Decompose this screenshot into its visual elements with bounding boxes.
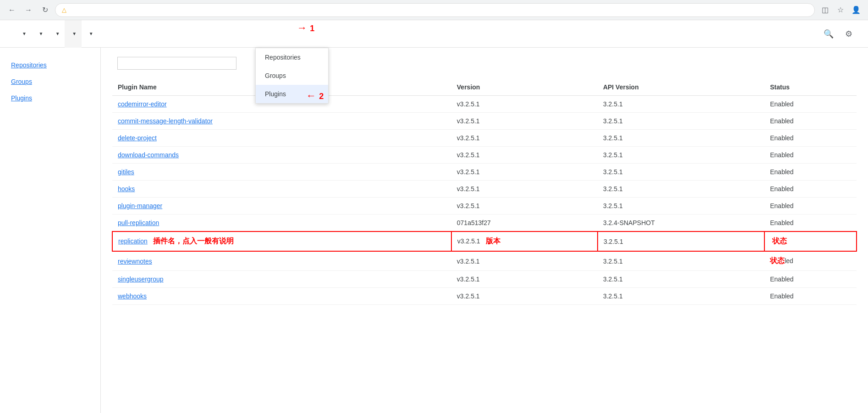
table-row: reviewnotesv3.2.5.13.2.5.1状态led (112, 251, 857, 271)
plugin-name-link[interactable]: gitiles (118, 168, 134, 176)
account-button[interactable]: 👤 (850, 4, 863, 17)
plugin-status: Enabled (764, 164, 857, 181)
security-warning-icon: △ (62, 6, 66, 13)
plugin-status: Enabled (764, 113, 857, 130)
plugin-api-version: 3.2.5.1 (598, 271, 764, 288)
plugin-version: v3.2.5.1 (451, 181, 598, 198)
plugin-status: Enabled (764, 271, 857, 288)
plugin-version: 071a513f27 (451, 215, 598, 232)
nav-changes[interactable]: ▼ (15, 20, 31, 48)
main-layout: Repositories Groups Plugins Plugin Name … (0, 48, 868, 413)
col-status: Status (764, 79, 857, 96)
plugin-status: Enabled (764, 96, 857, 113)
plugin-name-link[interactable]: plugin-manager (118, 202, 162, 209)
plugin-api-version: 3.2.5.1 (598, 231, 764, 251)
settings-button[interactable]: ⚙ (841, 26, 857, 42)
plugin-version: v3.2.5.1 (451, 198, 598, 215)
plugin-name-link[interactable]: reviewnotes (118, 258, 152, 265)
plugin-name-link[interactable]: delete-project (118, 134, 157, 142)
plugin-api-version: 3.2.5.1 (598, 164, 764, 181)
plugin-version: v3.2.5.1 (451, 96, 598, 113)
dropdown-plugins[interactable]: Plugins (256, 85, 328, 103)
sidebar-item-repositories[interactable]: Repositories (0, 57, 100, 73)
nav-plugins[interactable]: ▼ (82, 20, 98, 48)
plugin-name-link[interactable]: download-commands (118, 151, 179, 159)
plugin-status: Enabled (764, 181, 857, 198)
table-row: download-commandsv3.2.5.13.2.5.1Enabled (112, 147, 857, 164)
forward-button[interactable]: → (22, 4, 35, 17)
plugin-api-version: 3.2.5.1 (598, 288, 764, 305)
table-row: pull-replication071a513f273.2.4-SNAPSHOT… (112, 215, 857, 232)
app-header: ▼ ▼ ▼ ▼ ▼ 🔍 ⚙ Repositories Groups Plugin… (0, 20, 868, 48)
plugin-status: Enabled (764, 288, 857, 305)
plugin-api-version: 3.2.4-SNAPSHOT (598, 215, 764, 232)
annotation-arrow-1: → 1 (297, 22, 314, 34)
plugin-version: v3.2.5.1 (451, 251, 598, 271)
sidebar-item-groups[interactable]: Groups (0, 73, 100, 90)
table-row: hooksv3.2.5.13.2.5.1Enabled (112, 181, 857, 198)
plugin-version: v3.2.5.1 (451, 113, 598, 130)
nav-documentation[interactable]: ▼ (48, 20, 65, 48)
plugin-api-version: 3.2.5.1 (598, 147, 764, 164)
sidebar-item-plugins[interactable]: Plugins (0, 90, 100, 106)
plugin-name-link[interactable]: hooks (118, 185, 135, 193)
col-version: Version (451, 79, 598, 96)
reload-button[interactable]: ↻ (38, 4, 51, 17)
plugin-version: v3.2.5.1 (451, 147, 598, 164)
documentation-chevron: ▼ (55, 31, 60, 36)
translate-button[interactable]: ◫ (819, 4, 831, 17)
sidebar: Repositories Groups Plugins (0, 48, 101, 413)
table-row: plugin-managerv3.2.5.13.2.5.1Enabled (112, 198, 857, 215)
filter-row (112, 57, 857, 70)
plugin-status: Enabled (764, 130, 857, 147)
plugin-status: Enabled (764, 147, 857, 164)
plugins-table: Plugin Name Version API Version Status c… (112, 79, 857, 305)
table-row: delete-projectv3.2.5.13.2.5.1Enabled (112, 130, 857, 147)
plugin-api-version: 3.2.5.1 (598, 198, 764, 215)
table-row: gitilesv3.2.5.13.2.5.1Enabled (112, 164, 857, 181)
plugin-status: Enabled (764, 198, 857, 215)
table-row: commit-message-length-validatorv3.2.5.13… (112, 113, 857, 130)
browse-dropdown: Repositories Groups Plugins (255, 48, 329, 104)
plugin-api-version: 3.2.5.1 (598, 181, 764, 198)
filter-input[interactable] (117, 57, 236, 70)
nav-your[interactable]: ▼ (31, 20, 48, 48)
plugin-status: 状态led (764, 251, 857, 271)
nav-browse[interactable]: ▼ (65, 20, 81, 48)
plugin-name-link[interactable]: replication (118, 237, 148, 245)
plugin-name-link[interactable]: codemirror-editor (118, 100, 167, 108)
browse-chevron: ▼ (72, 31, 77, 36)
plugin-api-version: 3.2.5.1 (598, 251, 764, 271)
plugin-name-link[interactable]: commit-message-length-validator (118, 117, 213, 125)
browser-icons: ◫ ☆ 👤 (819, 4, 863, 17)
changes-chevron: ▼ (22, 31, 27, 36)
search-button[interactable]: 🔍 (820, 26, 837, 42)
plugin-api-version: 3.2.5.1 (598, 113, 764, 130)
plugin-status: 状态 (764, 231, 857, 251)
table-row: replication插件名，点入一般有说明v3.2.5.1版本3.2.5.1状… (112, 231, 857, 251)
address-bar[interactable]: △ (55, 3, 815, 17)
plugin-version: v3.2.5.1版本 (451, 231, 598, 251)
plugin-name-link[interactable]: singleusergroup (118, 275, 164, 283)
plugin-name-link[interactable]: pull-replication (118, 219, 159, 226)
plugin-version: v3.2.5.1 (451, 288, 598, 305)
main-content: Plugin Name Version API Version Status c… (101, 48, 868, 413)
dropdown-repositories[interactable]: Repositories (256, 48, 328, 66)
plugin-version: v3.2.5.1 (451, 164, 598, 181)
plugin-version: v3.2.5.1 (451, 130, 598, 147)
star-button[interactable]: ☆ (834, 4, 847, 17)
dropdown-groups[interactable]: Groups (256, 66, 328, 85)
browser-bar: ← → ↻ △ ◫ ☆ 👤 (0, 0, 868, 20)
search-area: 🔍 (820, 26, 837, 42)
plugins-chevron: ▼ (89, 31, 93, 36)
plugin-name-link[interactable]: webhooks (118, 292, 147, 300)
back-button[interactable]: ← (5, 4, 18, 17)
col-api-version: API Version (598, 79, 764, 96)
table-row: singleusergroupv3.2.5.13.2.5.1Enabled (112, 271, 857, 288)
plugin-version: v3.2.5.1 (451, 271, 598, 288)
table-row: webhooksv3.2.5.13.2.5.1Enabled (112, 288, 857, 305)
plugin-status: Enabled (764, 215, 857, 232)
plugin-api-version: 3.2.5.1 (598, 130, 764, 147)
your-chevron: ▼ (38, 31, 43, 36)
plugin-api-version: 3.2.5.1 (598, 96, 764, 113)
